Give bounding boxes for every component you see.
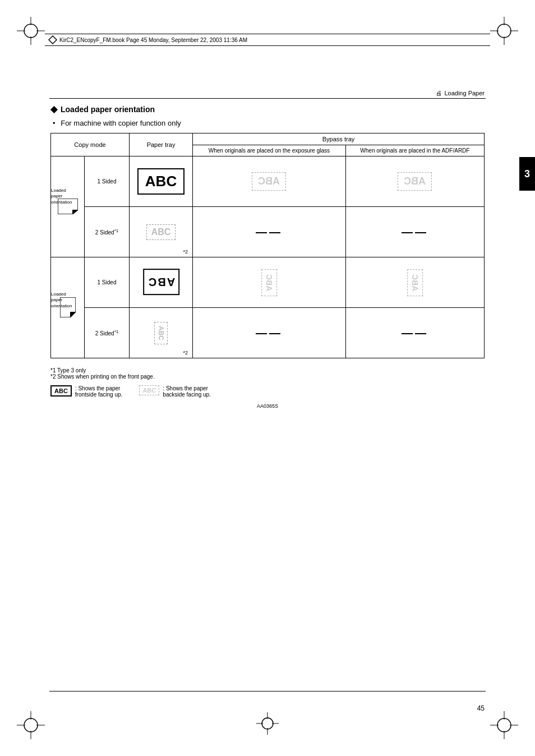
corner-mark-bl [17,711,45,739]
footnote-ref-2a: *2 [183,249,188,255]
table-row: 1 Sided ABC ABC ABC [51,257,485,308]
bullet: • [53,119,56,127]
footnote-1: *1 Type 3 only [50,367,485,374]
legend-item-1: ABC : Shows the paper frontside facing u… [50,385,122,398]
file-info-bar: KirC2_ENcopyF_FM.book Page 45 Monday, Se… [45,34,490,46]
legend-item-2: ABC : Shows the paper backside facing up… [139,385,211,398]
header-title: Loading Paper [444,90,485,96]
main-content: ◆ Loaded paper orientation • For machine… [50,104,485,409]
cell-3-sided-label: 1 Sided [85,257,130,308]
svg-point-10 [24,718,38,732]
abc-rotated-front: ABC [142,269,179,295]
cell-2-bypass-adf: —— [345,207,484,257]
cell-2-paper-tray: ABC *2 [130,207,193,257]
abc-faded-rot-small: ABC [154,322,168,344]
abc-faded-mirror-2: ABC [398,172,432,191]
diamond-icon [48,35,57,44]
legend: ABC : Shows the paper frontside facing u… [50,385,485,398]
col-paper-tray: Paper tray [130,133,193,156]
legend-faded-icon: ABC [139,385,159,395]
cell-4-bypass-exp: —— [193,308,346,358]
cell-3-bypass-adf: ABC [345,257,484,308]
cell-1-sided-label: 1 Sided [85,156,130,207]
sub-heading: • For machine with copier function only [53,119,485,127]
aa-code: AA0365S [50,403,485,409]
svg-marker-29 [70,312,76,317]
svg-point-15 [497,718,511,732]
cell-3-paper-tray: ABC [130,257,193,308]
chapter-tab: 3 [519,157,535,191]
bottom-center-mark [256,712,279,735]
abc-faded-mirror-1: ABC [252,172,286,191]
cell-1-bypass-adf: ABC [345,156,484,207]
sub-heading-text: For machine with copier function only [61,119,181,127]
abc-front-bold: ABC [137,168,185,195]
corner-mark-tl [17,17,45,45]
legend-item-1-text: : Shows the paper frontside facing up. [75,385,123,398]
svg-point-5 [497,24,511,38]
dash-2: —— [402,225,428,238]
cell-4-sided-label: 2 Sided*1 [85,308,130,358]
cell-4-bypass-adf: —— [345,308,484,358]
diamond-bullet: ◆ [50,104,57,114]
header-icon: 🖨 [436,90,442,96]
abc-faded-rot-2: ABC [407,269,423,296]
abc-faded-small-1: ABC [146,224,176,240]
section-title: Loaded paper orientation [61,105,155,114]
cell-2-sided-label: 2 Sided*1 [85,207,130,257]
page-number: 45 [477,704,485,712]
col-bypass-tray: Bypass tray [193,133,485,145]
table-row: 1 Sided ABC ABC ABC [51,156,485,207]
svg-point-0 [24,24,38,38]
legend-abc-icon: ABC [50,385,72,397]
col-bypass-exp: When originals are placed on the exposur… [193,145,346,156]
svg-marker-25 [49,36,57,44]
cell-1-paper-tray: ABC [130,156,193,207]
footnote-ref-2b: *2 [183,350,188,356]
dash-1: —— [256,225,283,238]
section-heading: ◆ Loaded paper orientation [50,104,485,114]
cell-2-bypass-exp: —— [193,207,346,257]
cell-4-paper-tray: ABC *2 [130,308,193,358]
file-info-text: KirC2_ENcopyF_FM.book Page 45 Monday, Se… [59,37,247,43]
corner-mark-br [490,711,518,739]
bottom-rule [49,691,486,692]
page-header: 🖨 Loading Paper [436,90,485,96]
svg-point-20 [262,718,273,729]
header-rule [49,98,486,99]
left-label-1: Loadedpaperorientation [51,188,62,205]
cell-1-bypass-exp: ABC [193,156,346,207]
col-bypass-adf: When originals are placed in the ADF/ARD… [345,145,484,156]
cell-3-bypass-exp: ABC [193,257,346,308]
footnotes: *1 Type 3 only *2 Shows when printing on… [50,367,485,380]
paper-icon-cell-1 [51,156,85,257]
footnote-2: *2 Shows when printing on the front page… [50,374,485,380]
left-label-2: Loadedpaperorientation [51,292,62,309]
dash-4: —— [402,326,428,339]
abc-faded-rot-1: ABC [261,269,277,296]
corner-mark-tr [490,17,518,45]
orientation-table: Copy mode Paper tray Bypass tray When or… [50,133,485,358]
col-copy-mode: Copy mode [51,133,130,156]
legend-item-2-text: : Shows the paper backside facing up. [163,385,211,398]
table-row: 2 Sided*1 ABC *2 —— —— [51,308,485,358]
table-row: 2 Sided*1 ABC *2 —— —— [51,207,485,257]
dash-3: —— [256,326,283,339]
